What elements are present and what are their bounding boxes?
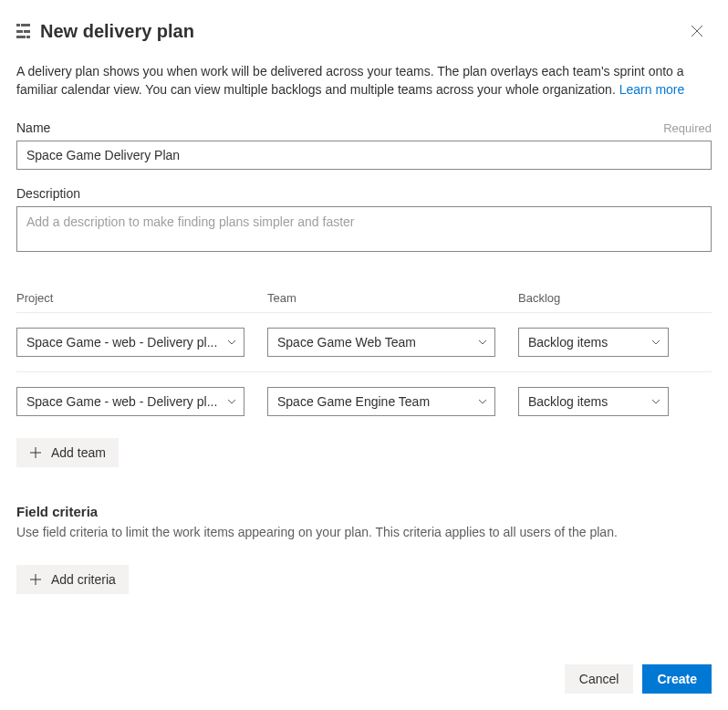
add-criteria-button[interactable]: Add criteria	[16, 565, 129, 594]
close-icon	[691, 25, 703, 37]
add-criteria-label: Add criteria	[51, 572, 116, 587]
cancel-button[interactable]: Cancel	[565, 664, 634, 694]
description-label: Description	[16, 186, 80, 201]
dropdown-value: Space Game - web - Delivery pl...	[26, 335, 220, 350]
description-field-group: Description	[16, 186, 712, 255]
row-divider	[16, 371, 712, 372]
team-dropdown[interactable]: Space Game Engine Team	[267, 387, 495, 416]
chevron-down-icon	[651, 339, 660, 345]
dropdown-value: Space Game Engine Team	[277, 394, 471, 409]
field-criteria-description: Use field criteria to limit the work ite…	[16, 525, 712, 539]
chevron-down-icon	[227, 339, 236, 345]
chevron-down-icon	[227, 399, 236, 404]
dropdown-value: Space Game Web Team	[277, 335, 471, 350]
name-field-group: Name Required	[16, 120, 712, 170]
plus-icon	[29, 573, 42, 586]
plus-icon	[29, 446, 42, 459]
add-team-button[interactable]: Add team	[16, 438, 119, 467]
team-dropdown[interactable]: Space Game Web Team	[267, 328, 495, 357]
chevron-down-icon	[478, 399, 487, 404]
header-left: New delivery plan	[16, 21, 194, 42]
field-criteria-title: Field criteria	[16, 504, 712, 519]
name-input[interactable]	[16, 141, 712, 170]
teams-section: Project Team Backlog Space Game - web - …	[16, 291, 712, 467]
add-team-label: Add team	[51, 445, 106, 460]
backlog-dropdown[interactable]: Backlog items	[518, 387, 669, 416]
chevron-down-icon	[478, 339, 487, 345]
team-row: Space Game - web - Delivery pl... Space …	[16, 328, 712, 357]
dropdown-value: Backlog items	[528, 335, 644, 350]
dropdown-value: Backlog items	[528, 394, 644, 409]
delivery-plan-icon	[16, 24, 31, 38]
teams-table-header: Project Team Backlog	[16, 291, 712, 313]
description-input[interactable]	[16, 206, 712, 252]
name-label: Name	[16, 120, 50, 135]
backlog-dropdown[interactable]: Backlog items	[518, 328, 669, 357]
chevron-down-icon	[651, 399, 660, 404]
project-dropdown[interactable]: Space Game - web - Delivery pl...	[16, 387, 244, 416]
create-button[interactable]: Create	[642, 664, 712, 694]
intro-body: A delivery plan shows you when work will…	[16, 64, 684, 97]
team-column-header: Team	[267, 291, 518, 305]
dialog-footer: Cancel Create	[565, 664, 712, 694]
intro-text: A delivery plan shows you when work will…	[16, 62, 712, 99]
close-button[interactable]	[682, 16, 712, 46]
dropdown-value: Space Game - web - Delivery pl...	[26, 394, 220, 409]
project-column-header: Project	[16, 291, 267, 305]
field-criteria-section: Field criteria Use field criteria to lim…	[16, 504, 712, 594]
dialog-title: New delivery plan	[40, 21, 194, 42]
backlog-column-header: Backlog	[518, 291, 678, 305]
required-indicator: Required	[663, 121, 712, 135]
learn-more-link[interactable]: Learn more	[619, 82, 685, 97]
project-dropdown[interactable]: Space Game - web - Delivery pl...	[16, 328, 244, 357]
team-row: Space Game - web - Delivery pl... Space …	[16, 387, 712, 416]
dialog-header: New delivery plan	[16, 16, 712, 46]
